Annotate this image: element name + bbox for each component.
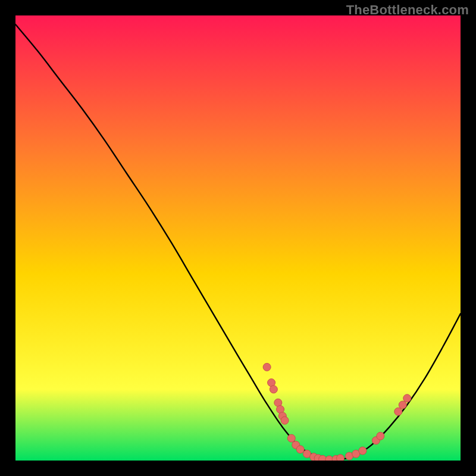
data-point: [337, 455, 345, 461]
gradient-background: [15, 15, 461, 461]
plot-area: [15, 15, 461, 461]
data-point: [399, 401, 406, 409]
data-point: [287, 434, 295, 442]
data-point: [263, 363, 271, 371]
bottleneck-chart: [15, 15, 461, 461]
chart-stage: TheBottleneck.com: [0, 0, 476, 476]
data-point: [270, 386, 277, 393]
data-point: [394, 408, 402, 415]
data-point: [296, 446, 304, 453]
watermark-text: TheBottleneck.com: [346, 2, 469, 18]
data-point: [377, 432, 384, 440]
data-point: [281, 416, 289, 424]
data-point: [359, 447, 367, 455]
data-point: [403, 394, 411, 402]
